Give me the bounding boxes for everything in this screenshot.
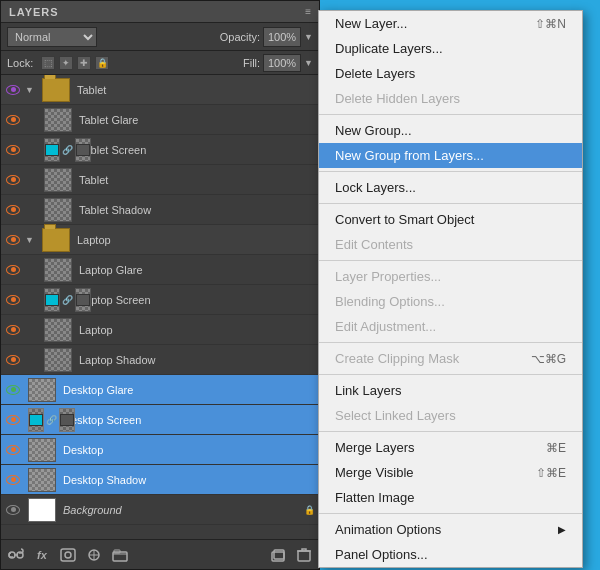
menu-label: Delete Layers bbox=[335, 66, 415, 81]
eye-toggle[interactable] bbox=[1, 504, 25, 516]
eye-toggle[interactable] bbox=[1, 174, 25, 186]
layer-item[interactable]: 🔗 Tablet Screen bbox=[1, 135, 319, 165]
menu-separator bbox=[319, 342, 582, 343]
layer-item[interactable]: Laptop bbox=[1, 315, 319, 345]
fill-input[interactable] bbox=[263, 54, 301, 72]
menu-label: Flatten Image bbox=[335, 490, 415, 505]
menu-label: New Group from Layers... bbox=[335, 148, 484, 163]
layer-thumbnail: 🔗 bbox=[28, 408, 56, 432]
eye-toggle[interactable] bbox=[1, 84, 25, 96]
layer-item[interactable]: 🔗 Desktop Screen bbox=[1, 405, 319, 435]
menu-item-delete-layers[interactable]: Delete Layers bbox=[319, 61, 582, 86]
layer-item[interactable]: 🔗 Laptop Screen bbox=[1, 285, 319, 315]
lock-all-icon[interactable]: 🔒 bbox=[95, 56, 109, 70]
group-toggle-arrow[interactable]: ▼ bbox=[25, 235, 39, 245]
layer-name: Background bbox=[59, 504, 303, 516]
menu-item-flatten-image[interactable]: Flatten Image bbox=[319, 485, 582, 510]
menu-label: Layer Properties... bbox=[335, 269, 441, 284]
new-group-button[interactable] bbox=[111, 546, 129, 564]
layer-item[interactable]: ▼ Tablet bbox=[1, 75, 319, 105]
layer-name: Laptop bbox=[73, 234, 315, 246]
layer-thumbnail bbox=[44, 318, 72, 342]
menu-item-select-linked-layers: Select Linked Layers bbox=[319, 403, 582, 428]
menu-label: Duplicate Layers... bbox=[335, 41, 443, 56]
opacity-input[interactable] bbox=[263, 27, 301, 47]
menu-shortcut: ⌘E bbox=[546, 441, 566, 455]
menu-label: New Layer... bbox=[335, 16, 407, 31]
submenu-arrow-icon: ▶ bbox=[558, 524, 566, 535]
layer-item[interactable]: Laptop Shadow bbox=[1, 345, 319, 375]
layer-thumbnail bbox=[42, 228, 70, 252]
menu-separator bbox=[319, 260, 582, 261]
lock-move-icon[interactable]: ✚ bbox=[77, 56, 91, 70]
lock-position-icon[interactable]: ✦ bbox=[59, 56, 73, 70]
eye-toggle[interactable] bbox=[1, 264, 25, 276]
layer-item[interactable]: ▼ Laptop bbox=[1, 225, 319, 255]
menu-label: Delete Hidden Layers bbox=[335, 91, 460, 106]
blend-mode-select[interactable]: Normal bbox=[7, 27, 97, 47]
layer-style-button[interactable]: fx bbox=[33, 546, 51, 564]
panel-header: LAYERS ≡ bbox=[1, 1, 319, 23]
layers-panel: LAYERS ≡ Normal Opacity: ▼ Lock: ⬚ ✦ ✚ 🔒… bbox=[0, 0, 320, 570]
eye-toggle[interactable] bbox=[1, 414, 25, 426]
menu-label: Merge Visible bbox=[335, 465, 414, 480]
svg-point-3 bbox=[65, 552, 71, 558]
add-mask-button[interactable] bbox=[59, 546, 77, 564]
eye-toggle[interactable] bbox=[1, 384, 25, 396]
menu-separator bbox=[319, 203, 582, 204]
eye-toggle[interactable] bbox=[1, 294, 25, 306]
menu-item-link-layers[interactable]: Link Layers bbox=[319, 378, 582, 403]
layer-thumbnail bbox=[44, 198, 72, 222]
menu-item-convert-smart-object[interactable]: Convert to Smart Object bbox=[319, 207, 582, 232]
layer-thumbnail bbox=[28, 498, 56, 522]
menu-item-animation-options[interactable]: Animation Options ▶ bbox=[319, 517, 582, 542]
menu-item-edit-contents: Edit Contents bbox=[319, 232, 582, 257]
menu-item-duplicate-layers[interactable]: Duplicate Layers... bbox=[319, 36, 582, 61]
menu-item-panel-options[interactable]: Panel Options... bbox=[319, 542, 582, 567]
eye-toggle[interactable] bbox=[1, 234, 25, 246]
fill-arrow[interactable]: ▼ bbox=[304, 58, 313, 68]
menu-item-merge-layers[interactable]: Merge Layers ⌘E bbox=[319, 435, 582, 460]
delete-layer-button[interactable] bbox=[295, 546, 313, 564]
menu-item-new-group-from-layers[interactable]: New Group from Layers... bbox=[319, 143, 582, 168]
eye-toggle[interactable] bbox=[1, 204, 25, 216]
layer-item[interactable]: Desktop Glare bbox=[1, 375, 319, 405]
layer-item[interactable]: Desktop bbox=[1, 435, 319, 465]
layer-item[interactable]: Background 🔒 bbox=[1, 495, 319, 525]
eye-toggle[interactable] bbox=[1, 474, 25, 486]
menu-label: Select Linked Layers bbox=[335, 408, 456, 423]
layer-thumbnail bbox=[28, 468, 56, 492]
eye-toggle[interactable] bbox=[1, 354, 25, 366]
link-layers-button[interactable] bbox=[7, 546, 25, 564]
eye-toggle[interactable] bbox=[1, 144, 25, 156]
layer-thumbnail bbox=[28, 378, 56, 402]
layer-item[interactable]: Tablet Glare bbox=[1, 105, 319, 135]
layer-name: Desktop Shadow bbox=[59, 474, 315, 486]
menu-label: Create Clipping Mask bbox=[335, 351, 459, 366]
new-layer-button[interactable] bbox=[269, 546, 287, 564]
new-adjustment-button[interactable] bbox=[85, 546, 103, 564]
panel-collapse-icon[interactable]: ≡ bbox=[305, 6, 311, 17]
layer-item[interactable]: Laptop Glare bbox=[1, 255, 319, 285]
group-toggle-arrow[interactable]: ▼ bbox=[25, 85, 39, 95]
lock-pixels-icon[interactable]: ⬚ bbox=[41, 56, 55, 70]
menu-item-lock-layers[interactable]: Lock Layers... bbox=[319, 175, 582, 200]
eye-toggle[interactable] bbox=[1, 114, 25, 126]
layer-thumbnail: 🔗 bbox=[44, 138, 72, 162]
layer-item[interactable]: Tablet Shadow bbox=[1, 195, 319, 225]
layer-list: ▼ Tablet Tablet Glare bbox=[1, 75, 319, 539]
menu-label: Edit Adjustment... bbox=[335, 319, 436, 334]
layer-item[interactable]: Tablet bbox=[1, 165, 319, 195]
menu-item-new-group[interactable]: New Group... bbox=[319, 118, 582, 143]
menu-item-new-layer[interactable]: New Layer... ⇧⌘N bbox=[319, 11, 582, 36]
blend-opacity-controls: Normal Opacity: ▼ bbox=[1, 23, 319, 51]
menu-separator bbox=[319, 431, 582, 432]
eye-toggle[interactable] bbox=[1, 444, 25, 456]
opacity-arrow[interactable]: ▼ bbox=[304, 32, 313, 42]
panel-title: LAYERS bbox=[9, 6, 59, 18]
menu-item-merge-visible[interactable]: Merge Visible ⇧⌘E bbox=[319, 460, 582, 485]
eye-toggle[interactable] bbox=[1, 324, 25, 336]
layer-item[interactable]: Desktop Shadow bbox=[1, 465, 319, 495]
layer-name: Laptop Glare bbox=[75, 264, 315, 276]
layer-lock-icon: 🔒 bbox=[303, 504, 315, 516]
